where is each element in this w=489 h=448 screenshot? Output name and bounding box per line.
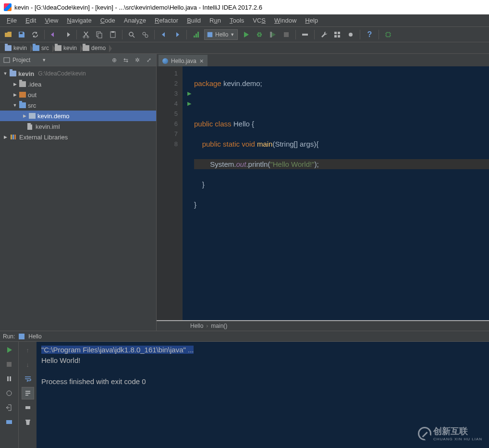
stop-icon[interactable] xyxy=(3,358,15,371)
soft-wrap-icon[interactable] xyxy=(22,373,34,385)
menu-refactor[interactable]: Refactor xyxy=(151,16,182,25)
folder-icon xyxy=(83,45,89,51)
run-gutter-icon[interactable]: ▶ xyxy=(187,90,191,97)
breadcrumb-class[interactable]: Hello xyxy=(190,323,203,329)
hide-icon[interactable]: ⤢ xyxy=(145,56,153,64)
run-tool-window: Run: Hello ↑ ↓ "C:\Program Files\java\jd… xyxy=(0,331,489,448)
back-icon[interactable] xyxy=(159,29,169,40)
help-icon[interactable]: ? xyxy=(364,29,375,40)
line-number[interactable]: 3▶ xyxy=(157,88,183,99)
module-icon xyxy=(18,333,25,340)
breadcrumb-method[interactable]: main() xyxy=(211,323,227,329)
crumb-pkg1[interactable]: kevin xyxy=(53,44,81,52)
crumb-src[interactable]: src xyxy=(31,44,53,52)
dump-icon[interactable] xyxy=(3,387,15,399)
menu-build[interactable]: Build xyxy=(183,16,205,25)
svg-point-8 xyxy=(143,32,146,35)
run-icon[interactable] xyxy=(241,29,251,40)
layout-icon[interactable] xyxy=(3,416,15,428)
debug-icon[interactable] xyxy=(254,29,265,40)
cpu-icon[interactable] xyxy=(383,29,393,40)
close-icon[interactable]: ✕ xyxy=(199,58,204,64)
line-number[interactable]: 6 xyxy=(157,119,183,129)
cut-icon[interactable] xyxy=(81,29,91,40)
menu-tools[interactable]: Tools xyxy=(226,16,248,25)
exit-icon[interactable] xyxy=(3,401,15,414)
crumb-project[interactable]: kevin xyxy=(3,44,31,52)
scroll-from-source-icon[interactable]: ⊕ xyxy=(110,56,119,64)
run-panel-header: Run: Hello xyxy=(0,331,489,342)
main-toolbar: Hello ▼ ? xyxy=(0,27,489,42)
gear-icon[interactable]: ✲ xyxy=(133,56,142,64)
find-icon[interactable] xyxy=(126,29,137,40)
run-actions-left xyxy=(0,342,18,448)
svg-rect-23 xyxy=(12,135,14,139)
menu-view[interactable]: View xyxy=(41,16,62,25)
menu-file[interactable]: File xyxy=(3,16,21,25)
svg-rect-24 xyxy=(14,135,16,139)
excluded-folder-icon xyxy=(19,92,26,98)
menu-bar: File Edit View Navigate Code Analyze Ref… xyxy=(0,14,489,27)
menu-analyze[interactable]: Analyze xyxy=(120,16,150,25)
ant-icon[interactable] xyxy=(345,29,356,40)
module-folder-icon xyxy=(5,45,12,51)
run-config-label: Hello xyxy=(215,31,228,38)
print-icon[interactable] xyxy=(22,401,34,414)
paste-icon[interactable] xyxy=(108,29,118,40)
line-number[interactable]: 7 xyxy=(157,129,183,139)
svg-point-7 xyxy=(129,32,133,36)
wrench-icon[interactable] xyxy=(318,29,329,40)
tree-idea[interactable]: ▶.idea xyxy=(0,79,156,89)
code-editor[interactable]: package kevin.demo; public class Hello {… xyxy=(183,66,489,320)
menu-edit[interactable]: Edit xyxy=(22,16,40,25)
undo-icon[interactable] xyxy=(49,29,59,40)
up-icon[interactable]: ↑ xyxy=(22,344,34,356)
menu-window[interactable]: Window xyxy=(270,16,300,25)
project-tree: ▼kevinG:\IdeaCode\kevin ▶.idea ▶out ▼src… xyxy=(0,66,156,144)
structure-icon[interactable] xyxy=(332,29,342,40)
menu-run[interactable]: Run xyxy=(206,16,225,25)
collapse-all-icon[interactable]: ⇆ xyxy=(122,56,130,64)
sync-icon[interactable] xyxy=(30,29,40,40)
scroll-to-end-icon[interactable] xyxy=(22,387,34,399)
tree-out[interactable]: ▶out xyxy=(0,89,156,100)
down-icon[interactable]: ↓ xyxy=(22,358,34,371)
save-icon[interactable] xyxy=(16,29,27,40)
run-configuration-dropdown[interactable]: Hello ▼ xyxy=(204,29,238,40)
line-number[interactable]: 8 xyxy=(157,139,183,149)
console-output[interactable]: "C:\Program Files\java\jdk1.8.0_161\bin\… xyxy=(37,342,489,448)
forward-icon[interactable] xyxy=(172,29,183,40)
replace-icon[interactable] xyxy=(140,29,150,40)
tree-iml[interactable]: kevin.iml xyxy=(0,121,156,132)
stop-icon[interactable] xyxy=(281,29,292,40)
build-icon[interactable] xyxy=(191,29,201,40)
pause-icon[interactable] xyxy=(3,373,15,385)
menu-vcs[interactable]: VCS xyxy=(249,16,269,25)
tree-external-libs[interactable]: ▶External Libraries xyxy=(0,132,156,142)
tree-package[interactable]: ▶kevin.demo xyxy=(0,111,156,121)
open-icon[interactable] xyxy=(3,29,13,40)
line-number[interactable]: 2 xyxy=(157,78,183,88)
editor-tab-hello[interactable]: Hello.java ✕ xyxy=(159,55,208,66)
crumb-pkg2[interactable]: demo xyxy=(81,44,110,52)
run-gutter-icon[interactable]: ▶ xyxy=(187,100,191,107)
editor-tabs: Hello.java ✕ xyxy=(157,54,489,66)
rerun-icon[interactable] xyxy=(3,344,15,356)
profiler-icon[interactable] xyxy=(300,29,310,40)
line-number[interactable]: 4▶ xyxy=(157,99,183,109)
chevron-down-icon[interactable]: ▼ xyxy=(42,58,46,62)
console-command: "C:\Program Files\java\jdk1.8.0_161\bin\… xyxy=(41,346,194,354)
tree-root[interactable]: ▼kevinG:\IdeaCode\kevin xyxy=(0,68,156,79)
svg-rect-17 xyxy=(334,35,337,37)
copy-icon[interactable] xyxy=(94,29,105,40)
menu-help[interactable]: Help xyxy=(301,16,322,25)
menu-code[interactable]: Code xyxy=(97,16,119,25)
menu-navigate[interactable]: Navigate xyxy=(63,16,95,25)
redo-icon[interactable] xyxy=(62,29,73,40)
trash-icon[interactable] xyxy=(22,416,34,428)
tree-src[interactable]: ▼src xyxy=(0,100,156,111)
project-tool-window: Project▼ ⊕ ⇆ ✲ ⤢ ▼kevinG:\IdeaCode\kevin… xyxy=(0,54,157,331)
line-number[interactable]: 5 xyxy=(157,109,183,119)
coverage-icon[interactable] xyxy=(268,29,278,40)
line-number[interactable]: 1 xyxy=(157,68,183,78)
